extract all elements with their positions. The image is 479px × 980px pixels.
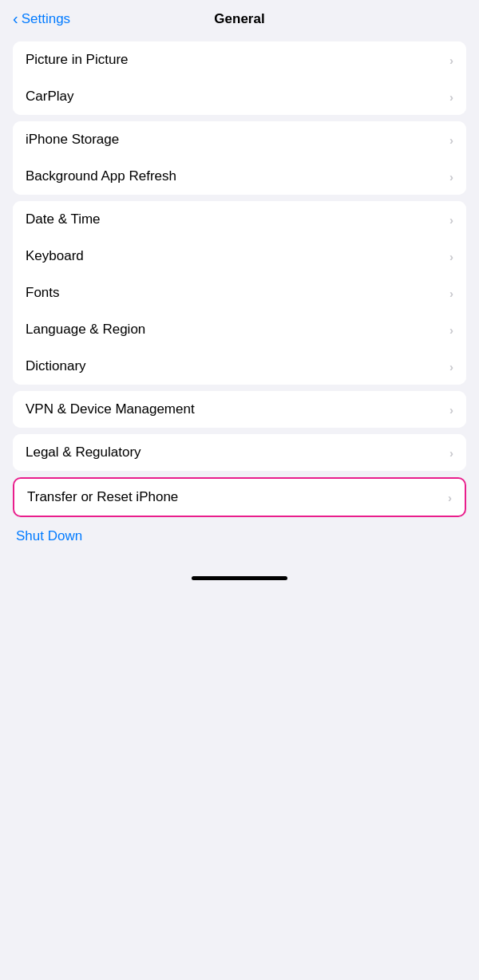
shut-down-section: Shut Down [13,517,466,555]
section-picture-carplay: Picture in Picture › CarPlay › [13,41,466,115]
list-item-iphone-storage[interactable]: iPhone Storage › [13,121,466,158]
chevron-right-icon: › [449,323,453,337]
section-storage-refresh: iPhone Storage › Background App Refresh … [13,121,466,195]
carplay-label: CarPlay [26,89,73,105]
list-item-background-app-refresh[interactable]: Background App Refresh › [13,158,466,195]
transfer-reset-label: Transfer or Reset iPhone [27,489,178,505]
background-app-refresh-label: Background App Refresh [26,168,176,184]
home-indicator [0,562,479,588]
transfer-reset-container: Transfer or Reset iPhone › [13,477,466,517]
page-title: General [214,11,264,27]
vpn-device-management-label: VPN & Device Management [26,401,195,417]
home-bar [192,576,287,580]
date-time-label: Date & Time [26,211,101,227]
chevron-right-icon: › [449,403,453,417]
iphone-storage-label: iPhone Storage [26,132,119,148]
legal-regulatory-label: Legal & Regulatory [26,445,141,460]
list-item-keyboard[interactable]: Keyboard › [13,238,466,275]
keyboard-label: Keyboard [26,248,84,264]
chevron-right-icon: › [449,250,453,263]
chevron-right-icon: › [449,446,453,460]
list-item-carplay[interactable]: CarPlay › [13,78,466,115]
language-region-label: Language & Region [26,322,145,338]
chevron-right-icon: › [449,133,453,147]
list-item-vpn-device-management[interactable]: VPN & Device Management › [13,391,466,428]
chevron-right-icon: › [449,170,453,184]
header: ‹ Settings General [0,0,479,35]
list-item-transfer-reset[interactable]: Transfer or Reset iPhone › [14,479,465,516]
section-language-keyboard: Date & Time › Keyboard › Fonts › Languag… [13,201,466,385]
chevron-right-icon: › [449,213,453,227]
chevron-left-icon: ‹ [13,10,18,28]
chevron-right-icon: › [449,90,453,104]
list-item-date-time[interactable]: Date & Time › [13,201,466,238]
back-button[interactable]: ‹ Settings [13,10,70,28]
list-item-dictionary[interactable]: Dictionary › [13,348,466,385]
chevron-right-icon: › [449,286,453,300]
chevron-right-icon: › [448,491,452,504]
list-item-language-region[interactable]: Language & Region › [13,311,466,348]
list-item-fonts[interactable]: Fonts › [13,275,466,311]
fonts-label: Fonts [26,285,60,301]
section-legal: Legal & Regulatory › [13,434,466,471]
back-label: Settings [22,11,70,27]
dictionary-label: Dictionary [26,358,86,374]
list-item-legal-regulatory[interactable]: Legal & Regulatory › [13,434,466,471]
list-item-picture-in-picture[interactable]: Picture in Picture › [13,41,466,78]
chevron-right-icon: › [449,360,453,373]
shut-down-button[interactable]: Shut Down [16,528,82,543]
chevron-right-icon: › [449,53,453,67]
section-vpn: VPN & Device Management › [13,391,466,428]
picture-in-picture-label: Picture in Picture [26,52,129,68]
